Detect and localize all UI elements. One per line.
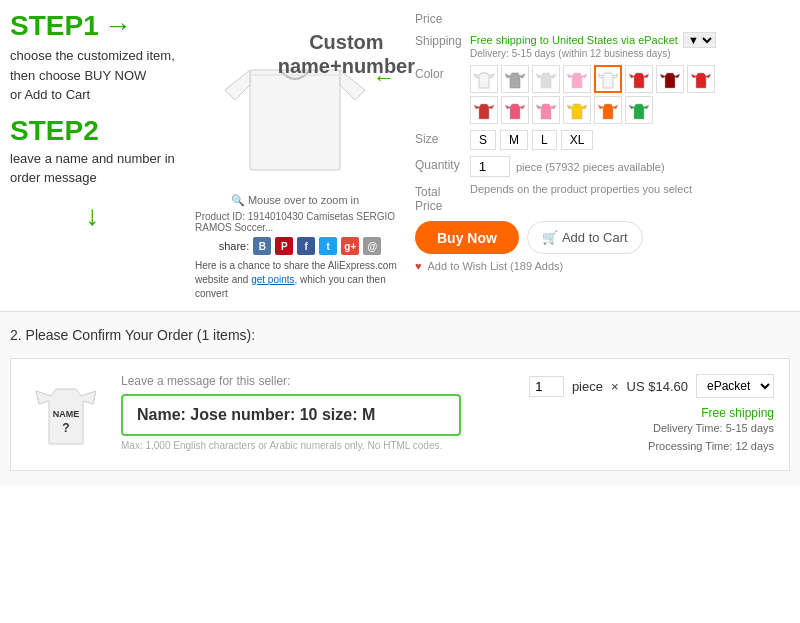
svg-marker-5 — [505, 73, 525, 88]
color-label: Color — [415, 65, 470, 81]
times-label: × — [611, 379, 619, 394]
order-quantity-input[interactable] — [529, 376, 564, 397]
size-xl[interactable]: XL — [561, 130, 594, 150]
shipping-label: Shipping — [415, 32, 470, 48]
piece-label: piece — [572, 379, 603, 394]
shirt-name-text: NAME — [53, 409, 80, 419]
swatch-pink3[interactable] — [532, 96, 560, 124]
shipping-method-dropdown[interactable]: ePacket — [696, 374, 774, 398]
share-email-icon[interactable]: @ — [363, 237, 381, 255]
wishlist-row[interactable]: ♥ Add to Wish List (189 Adds) — [415, 260, 790, 272]
svg-rect-0 — [250, 70, 340, 170]
swatch-pink-light[interactable] — [563, 65, 591, 93]
svg-marker-15 — [567, 104, 587, 119]
shirt-container: Customname+number ← — [205, 10, 385, 190]
total-label: Total Price — [415, 183, 470, 213]
swatch-red[interactable] — [625, 65, 653, 93]
svg-marker-17 — [629, 104, 649, 119]
price-label: Price — [415, 10, 470, 26]
confirm-title: 2. Please Confirm Your Order (1 items): — [10, 327, 790, 343]
size-m[interactable]: M — [500, 130, 528, 150]
swatch-lightgray[interactable] — [532, 65, 560, 93]
share-description: Here is a chance to share the AliExpress… — [185, 259, 405, 301]
share-label: share: — [219, 240, 250, 252]
step2-text: leave a name and number in order message — [10, 149, 175, 188]
order-price: US $14.60 — [627, 379, 688, 394]
total-price-row: Total Price Depends on the product prope… — [415, 183, 790, 213]
action-buttons: Buy Now 🛒 Add to Cart — [415, 221, 790, 254]
svg-marker-12 — [474, 104, 494, 119]
step2-block: STEP2 leave a name and number in order m… — [10, 117, 175, 232]
size-s[interactable]: S — [470, 130, 496, 150]
order-qty-price: piece × US $14.60 ePacket — [529, 374, 774, 398]
shipping-row: Shipping Free shipping to United States … — [415, 32, 790, 59]
shipping-value: Free shipping to United States via ePack… — [470, 32, 790, 48]
share-googleplus-icon[interactable]: g+ — [341, 237, 359, 255]
step1-header: STEP1 → — [10, 10, 175, 42]
order-right-panel: piece × US $14.60 ePacket Free shipping … — [529, 374, 774, 455]
swatch-white[interactable] — [470, 65, 498, 93]
processing-time: Processing Time: 12 days — [529, 438, 774, 456]
cart-icon: 🛒 — [542, 230, 558, 245]
seller-msg-label: Leave a message for this seller: — [121, 374, 514, 388]
zoom-text: 🔍 Mouse over to zoom in — [231, 194, 359, 207]
custom-arrow: ← — [373, 65, 395, 91]
step1-arrow: → — [104, 10, 132, 42]
message-hint: Max: 1,000 English characters or Arabic … — [121, 440, 514, 451]
size-row: Size S M L XL — [415, 130, 790, 150]
svg-marker-14 — [536, 104, 556, 119]
share-row: share: B P f t g+ @ — [209, 237, 382, 255]
buy-now-button[interactable]: Buy Now — [415, 221, 519, 254]
pieces-text: piece (57932 pieces available) — [516, 161, 665, 173]
product-id: Product ID: 1914010430 Camisetas SERGIO … — [185, 211, 405, 233]
shipping-method-select[interactable]: ▼ — [683, 32, 716, 48]
product-details-panel: Price Shipping Free shipping to United S… — [405, 10, 790, 301]
instructions-panel: STEP1 → choose the customized item, then… — [10, 10, 185, 301]
svg-marker-8 — [598, 73, 618, 88]
svg-marker-6 — [536, 73, 556, 88]
color-swatches — [470, 65, 730, 124]
add-to-cart-button[interactable]: 🛒 Add to Cart — [527, 221, 643, 254]
free-shipping-label: Free shipping — [529, 406, 774, 420]
order-shirt-thumbnail: NAME ? — [26, 374, 106, 449]
shirt-number-text: ? — [62, 421, 69, 435]
svg-marker-11 — [691, 73, 711, 88]
swatch-white2-selected[interactable] — [594, 65, 622, 93]
product-image-area: Customname+number ← 🔍 Mouse over to zoom… — [185, 10, 405, 301]
share-twitter-icon[interactable]: t — [319, 237, 337, 255]
svg-marker-10 — [660, 73, 680, 88]
price-row: Price — [415, 10, 790, 26]
size-label: Size — [415, 130, 470, 146]
wishlist-text: Add to Wish List (189 Adds) — [428, 260, 564, 272]
order-card: NAME ? Leave a message for this seller: … — [10, 358, 790, 471]
quantity-row: Quantity piece (57932 pieces available) — [415, 156, 790, 177]
color-row: Color — [415, 65, 790, 124]
swatch-darkred[interactable] — [656, 65, 684, 93]
delivery-time: Delivery Time: 5-15 days — [529, 420, 774, 438]
swatch-red3[interactable] — [470, 96, 498, 124]
swatch-green[interactable] — [625, 96, 653, 124]
share-vk-icon[interactable]: B — [253, 237, 271, 255]
size-buttons: S M L XL — [470, 130, 790, 150]
swatch-orange[interactable] — [594, 96, 622, 124]
swatch-yellow[interactable] — [563, 96, 591, 124]
order-shirt-svg: NAME ? — [31, 374, 101, 449]
shipping-sub: Delivery: 5-15 days (within 12 business … — [470, 48, 790, 59]
svg-marker-13 — [505, 104, 525, 119]
share-pinterest-icon[interactable]: P — [275, 237, 293, 255]
step1-title: STEP1 — [10, 12, 99, 40]
size-l[interactable]: L — [532, 130, 557, 150]
order-details-middle: Leave a message for this seller: Max: 1,… — [121, 374, 514, 451]
step2-title: STEP2 — [10, 117, 99, 145]
step2-header: STEP2 — [10, 117, 175, 145]
swatch-pink2[interactable] — [501, 96, 529, 124]
svg-marker-1 — [225, 70, 250, 100]
total-value: Depends on the product properties you se… — [470, 183, 790, 195]
quantity-label: Quantity — [415, 156, 470, 172]
swatch-red2[interactable] — [687, 65, 715, 93]
share-facebook-icon[interactable]: f — [297, 237, 315, 255]
step2-arrow: ↓ — [10, 200, 175, 232]
seller-message-input[interactable] — [121, 394, 461, 436]
quantity-input[interactable] — [470, 156, 510, 177]
swatch-gray[interactable] — [501, 65, 529, 93]
